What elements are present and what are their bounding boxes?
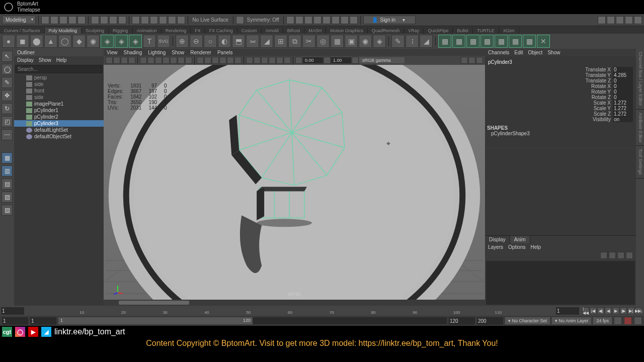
smooth-icon[interactable]: ○	[204, 35, 217, 48]
rotate-tool[interactable]: ↻	[2, 103, 13, 114]
snap-surface-icon[interactable]	[177, 16, 185, 24]
play-back-button[interactable]: ◀	[605, 307, 612, 314]
set-key-button[interactable]	[624, 317, 632, 325]
auto-key-toggle[interactable]	[614, 317, 622, 325]
vp-textured-icon[interactable]	[212, 57, 219, 64]
layer-move-up-icon[interactable]	[600, 252, 607, 259]
quad-draw-icon[interactable]: ✎	[391, 35, 405, 48]
layer-new-selected-icon[interactable]	[626, 252, 633, 259]
artstation-icon[interactable]: ◢	[41, 327, 51, 337]
vp-gamma-field[interactable]: 1.00	[331, 57, 351, 63]
shelf-tab-turtle[interactable]: TURTLE	[473, 28, 499, 34]
snap-plane-icon[interactable]	[159, 16, 167, 24]
paint-select-tool[interactable]: ✎	[2, 77, 13, 88]
outliner-item-side[interactable]: side	[14, 81, 104, 87]
poly-cone-icon[interactable]: ▲	[44, 35, 57, 48]
layer-menu-layers[interactable]: Layers	[488, 244, 503, 250]
poly-sphere-icon[interactable]: ●	[2, 35, 15, 48]
vp-colorspace-dropdown[interactable]: sRGB gamma	[359, 57, 405, 63]
range-start-inner[interactable]: 1	[30, 317, 56, 325]
shelf-tab-mash[interactable]: MASH	[304, 28, 326, 34]
last-tool[interactable]: ⋯	[2, 129, 13, 140]
vp-wireframe-icon[interactable]	[197, 57, 204, 64]
ipr-icon[interactable]	[341, 16, 349, 24]
vp-menu-panels[interactable]: Panels	[217, 50, 233, 55]
bevel-icon[interactable]: ◢	[260, 35, 273, 48]
timeline-ruler[interactable]: 102030405060708090100110	[40, 306, 540, 316]
shelf-tab-animation[interactable]: Animation	[133, 28, 162, 34]
vp-shadows-icon[interactable]	[227, 57, 234, 64]
layout-5-icon[interactable]	[634, 16, 642, 24]
scale-tool[interactable]: ◰	[2, 116, 13, 127]
channel-box-node[interactable]: pCylinder3	[487, 58, 634, 66]
layer-new-empty-icon[interactable]	[617, 252, 624, 259]
shelf-tab-quadremesh[interactable]: QuadRemesh	[368, 28, 405, 34]
side-tab-tool[interactable]: Tool Settings	[636, 146, 644, 178]
outliner-search[interactable]: Search...	[15, 65, 103, 73]
lasso-tool[interactable]: ◯	[2, 64, 13, 75]
range-end-outer[interactable]: 200	[477, 317, 503, 325]
attr-visibility[interactable]: Visibilityon	[487, 117, 634, 122]
step-back-button[interactable]: ◀|	[597, 307, 604, 314]
outliner-item-defaultObjectSet[interactable]: defaultObjectSet	[14, 133, 104, 140]
timeline-current-frame[interactable]: 1	[556, 307, 579, 315]
layout-panel-4[interactable]: ▧	[2, 192, 13, 203]
layout-panel-5[interactable]: ▨	[2, 205, 13, 216]
shelf-tab-curves-surfaces[interactable]: Curves / Surfaces	[0, 28, 45, 34]
step-back-key-button[interactable]: |◀	[590, 307, 597, 314]
shelf-tab-rendering[interactable]: Rendering	[162, 28, 191, 34]
step-fwd-button[interactable]: |▶	[620, 307, 627, 314]
vp-xray-icon[interactable]	[246, 57, 253, 64]
open-scene-icon[interactable]	[50, 16, 58, 24]
uv-auto-icon[interactable]: ◈	[373, 35, 386, 48]
poly-plane-icon[interactable]: ◆	[72, 35, 86, 48]
outliner-menu-show[interactable]: Show	[39, 57, 51, 63]
vp-xray-joints-icon[interactable]	[254, 57, 261, 64]
snap-curve-icon[interactable]	[141, 16, 149, 24]
poly-cylinder-icon[interactable]: ⬤	[30, 35, 43, 48]
symmetry-icon[interactable]	[236, 16, 244, 24]
construction-4-icon[interactable]	[313, 16, 321, 24]
step-fwd-key-button[interactable]: ▶|	[627, 307, 634, 314]
shelf-tab-bullet[interactable]: Bullet	[453, 28, 473, 34]
extrude-icon[interactable]: ⬒	[232, 35, 245, 48]
attr-translate-z[interactable]: Translate Z0	[487, 78, 634, 83]
attr-scale-z[interactable]: Scale Z1.272	[487, 111, 634, 117]
sphericon-icon[interactable]: ◈	[129, 35, 142, 48]
layout-4-icon[interactable]	[625, 16, 633, 24]
select-mask-icon[interactable]	[118, 16, 126, 24]
vp-menu-renderer[interactable]: Renderer	[190, 50, 211, 55]
vp-colormgmt-icon[interactable]	[352, 57, 359, 64]
target-weld-icon[interactable]: ◎	[316, 35, 330, 48]
mirror-icon[interactable]: ⧉	[288, 35, 301, 48]
custom-4-icon[interactable]: ▩	[480, 35, 494, 48]
vp-exposure-icon[interactable]	[295, 57, 302, 64]
anim-prefs-icon[interactable]	[634, 317, 642, 325]
attr-translate-y[interactable]: Translate Y4.285	[487, 72, 634, 78]
separate-icon[interactable]: ⊖	[190, 35, 203, 48]
range-slider[interactable]: 1 120	[58, 317, 447, 324]
layout-panel-2[interactable]: ▥	[2, 165, 13, 176]
outliner-item-side[interactable]: side	[14, 94, 104, 101]
snap-live-icon[interactable]	[168, 16, 176, 24]
attr-rotate-x[interactable]: Rotate X0	[487, 83, 634, 89]
vp-motion-blur-icon[interactable]	[269, 57, 276, 64]
vp-gear-icon[interactable]	[461, 57, 468, 64]
go-end-button[interactable]: ▶▶|	[635, 307, 642, 314]
viewport-scrollbar[interactable]	[104, 300, 485, 306]
cgt-icon[interactable]: cgt	[2, 327, 12, 337]
render-icon[interactable]	[332, 16, 340, 24]
snap-point-icon[interactable]	[150, 16, 158, 24]
vp-max-icon[interactable]	[476, 57, 483, 64]
attr-translate-x[interactable]: Translate X0	[487, 67, 634, 72]
combine-icon[interactable]: ⊕	[176, 35, 189, 48]
fps-dropdown[interactable]: 24 fps	[593, 317, 612, 324]
outliner-item-pCylinder2[interactable]: pCylinder2	[14, 114, 104, 120]
vp-res-gate-icon[interactable]	[155, 57, 162, 64]
construction-1-icon[interactable]	[286, 16, 294, 24]
layer-list[interactable]	[486, 261, 635, 305]
layout-2-icon[interactable]	[607, 16, 615, 24]
vp-grid-icon[interactable]	[140, 57, 147, 64]
vp-lights-icon[interactable]	[219, 57, 226, 64]
attr-rotate-z[interactable]: Rotate Z0	[487, 95, 634, 100]
